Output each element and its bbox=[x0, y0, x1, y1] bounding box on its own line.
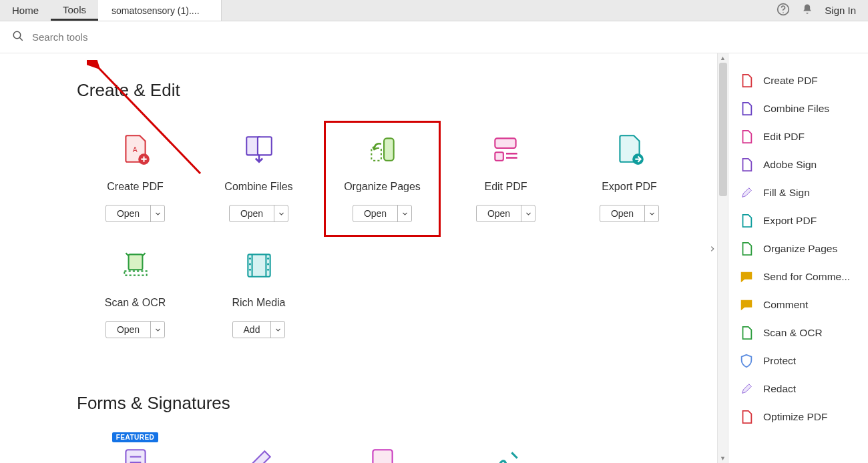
tool-fill-sign[interactable] bbox=[200, 434, 317, 463]
form-icon bbox=[117, 446, 154, 463]
open-split-button[interactable]: Open bbox=[105, 321, 165, 338]
tool-rich-media[interactable]: Rich Media Add bbox=[200, 237, 317, 353]
certificate-icon bbox=[364, 446, 401, 463]
tool-certificates[interactable] bbox=[324, 434, 441, 463]
open-split-button[interactable]: Open bbox=[105, 205, 165, 222]
tab-tools[interactable]: Tools bbox=[51, 0, 98, 21]
open-button[interactable]: Open bbox=[477, 205, 521, 221]
section-title-forms: Forms & Signatures bbox=[77, 393, 728, 414]
open-dropdown[interactable] bbox=[151, 205, 164, 221]
open-button[interactable]: Open bbox=[353, 205, 398, 221]
open-dropdown[interactable] bbox=[521, 205, 535, 221]
tool-label: Export PDF bbox=[602, 181, 657, 193]
search-bar bbox=[0, 21, 868, 53]
redact-icon bbox=[739, 382, 754, 396]
sidebar-item-label: Protect bbox=[763, 355, 796, 367]
tool-label: Organize Pages bbox=[344, 181, 421, 193]
tab-home[interactable]: Home bbox=[0, 0, 51, 21]
tab-document[interactable]: somatosensory (1).... bbox=[98, 0, 222, 21]
tool-label: Create PDF bbox=[107, 181, 163, 193]
send-comment-icon bbox=[739, 270, 754, 284]
tool-prepare-form[interactable]: FEATURED bbox=[77, 434, 194, 463]
main-pane: Create & Edit Create PDF Open Combine Fi… bbox=[0, 53, 728, 463]
search-icon bbox=[12, 30, 31, 44]
help-icon[interactable] bbox=[777, 3, 790, 18]
section-title-create-edit: Create & Edit bbox=[77, 80, 728, 101]
sidebar-item-label: Scan & OCR bbox=[763, 327, 823, 339]
sidebar-item-comment[interactable]: Comment bbox=[728, 291, 868, 319]
pen-icon bbox=[240, 446, 278, 463]
edit-pdf-icon bbox=[487, 133, 525, 166]
vertical-scrollbar[interactable]: ▲ ▼ bbox=[717, 53, 728, 463]
tool-label: Rich Media bbox=[232, 297, 285, 309]
tool-scan-ocr[interactable]: Scan & OCR Open bbox=[77, 237, 194, 353]
export-pdf-icon bbox=[611, 133, 648, 166]
sidebar-item-fill-sign[interactable]: Fill & Sign bbox=[728, 179, 868, 207]
open-button[interactable]: Open bbox=[230, 205, 274, 221]
sidebar-item-create-pdf[interactable]: Create PDF bbox=[728, 67, 868, 95]
organize-pages-icon bbox=[364, 133, 401, 166]
combine-files-icon bbox=[739, 101, 754, 116]
collapse-right-panel[interactable] bbox=[708, 240, 717, 258]
tool-grid-forms: FEATURED bbox=[77, 434, 728, 463]
sidebar-item-label: Comment bbox=[763, 299, 808, 311]
tool-combine-files[interactable]: Combine Files Open bbox=[200, 121, 317, 237]
sidebar-item-label: Fill & Sign bbox=[763, 187, 810, 199]
open-split-button[interactable]: Open bbox=[476, 205, 535, 222]
combine-files-icon bbox=[240, 133, 278, 166]
sidebar-item-export-pdf[interactable]: Export PDF bbox=[728, 207, 868, 235]
right-tools-panel: Create PDF Combine Files Edit PDF Adobe … bbox=[728, 53, 868, 463]
export-pdf-icon bbox=[739, 213, 754, 228]
open-button[interactable]: Open bbox=[106, 322, 151, 338]
tool-export-pdf[interactable]: Export PDF Open bbox=[571, 121, 688, 237]
sidebar-item-organize-pages[interactable]: Organize Pages bbox=[728, 235, 868, 263]
tool-label: Edit PDF bbox=[484, 181, 527, 193]
sidebar-item-label: Redact bbox=[763, 383, 796, 395]
sidebar-item-edit-pdf[interactable]: Edit PDF bbox=[728, 123, 868, 151]
open-button[interactable]: Open bbox=[106, 205, 151, 221]
tool-label: Combine Files bbox=[224, 181, 292, 193]
sidebar-item-scan-ocr[interactable]: Scan & OCR bbox=[728, 319, 868, 347]
add-dropdown[interactable] bbox=[271, 322, 284, 338]
search-input[interactable] bbox=[31, 31, 231, 43]
comment-icon bbox=[739, 298, 754, 312]
sign-in-link[interactable]: Sign In bbox=[825, 5, 856, 16]
tool-grid-create-edit: Create PDF Open Combine Files Open bbox=[77, 121, 728, 353]
rich-media-icon bbox=[240, 249, 278, 282]
sign-icon bbox=[487, 446, 525, 463]
scroll-up-icon[interactable]: ▲ bbox=[718, 53, 728, 63]
organize-pages-icon bbox=[739, 242, 754, 256]
add-button[interactable]: Add bbox=[233, 322, 272, 338]
scroll-thumb[interactable] bbox=[719, 63, 727, 196]
sidebar-item-send-for-comments[interactable]: Send for Comme... bbox=[728, 263, 868, 291]
tool-label: Scan & OCR bbox=[105, 297, 166, 309]
tool-create-pdf[interactable]: Create PDF Open bbox=[77, 121, 194, 237]
open-dropdown[interactable] bbox=[274, 205, 288, 221]
fill-sign-icon bbox=[739, 185, 754, 200]
open-dropdown[interactable] bbox=[645, 205, 658, 221]
tool-edit-pdf[interactable]: Edit PDF Open bbox=[447, 121, 564, 237]
open-dropdown[interactable] bbox=[151, 322, 164, 338]
add-split-button[interactable]: Add bbox=[232, 321, 286, 338]
open-split-button[interactable]: Open bbox=[353, 205, 412, 222]
edit-pdf-icon bbox=[739, 129, 754, 144]
scroll-down-icon[interactable]: ▼ bbox=[718, 454, 728, 463]
optimize-pdf-icon bbox=[739, 410, 754, 424]
notifications-icon[interactable] bbox=[801, 3, 814, 18]
sidebar-item-optimize-pdf[interactable]: Optimize PDF bbox=[728, 403, 868, 431]
sidebar-item-combine-files[interactable]: Combine Files bbox=[728, 95, 868, 123]
sidebar-item-adobe-sign[interactable]: Adobe Sign bbox=[728, 151, 868, 179]
sidebar-item-label: Optimize PDF bbox=[763, 411, 827, 423]
sidebar-item-redact[interactable]: Redact bbox=[728, 375, 868, 403]
tool-organize-pages[interactable]: Organize Pages Open bbox=[324, 121, 441, 237]
top-bar: Home Tools somatosensory (1).... Sign In bbox=[0, 0, 868, 21]
tool-adobe-sign[interactable] bbox=[447, 434, 564, 463]
open-button[interactable]: Open bbox=[600, 205, 645, 221]
open-split-button[interactable]: Open bbox=[600, 205, 659, 222]
sidebar-item-protect[interactable]: Protect bbox=[728, 347, 868, 375]
open-dropdown[interactable] bbox=[398, 205, 411, 221]
sidebar-item-label: Edit PDF bbox=[763, 131, 805, 143]
sidebar-item-label: Combine Files bbox=[763, 103, 829, 115]
featured-badge: FEATURED bbox=[112, 432, 159, 442]
open-split-button[interactable]: Open bbox=[229, 205, 288, 222]
